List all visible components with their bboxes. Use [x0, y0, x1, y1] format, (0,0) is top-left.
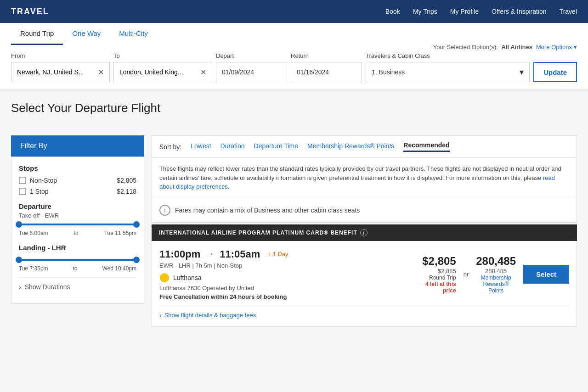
landing-slider-times: Tue 7:35pm to Wed 10:40pm [19, 265, 136, 272]
sort-duration[interactable]: Duration [220, 142, 245, 151]
free-cancel: Free Cancellation within 24 hours of boo… [159, 293, 422, 300]
update-button[interactable]: Update [533, 62, 577, 82]
benefit-text: INTERNATIONAL AIRLINE PROGRAM PLATINUM C… [159, 230, 357, 236]
to-input-container: ✕ [113, 62, 212, 82]
stops-title: Stops [19, 164, 136, 172]
disclaimer-box: These flights may reflect lower rates th… [152, 158, 577, 198]
return-label: Return [291, 52, 362, 59]
update-button-wrapper: Update [533, 62, 577, 82]
filter-sidebar: Filter By Stops Non-Stop $2,805 1 Stop $… [11, 135, 144, 327]
show-durations-button[interactable]: › Show Durations [19, 277, 136, 296]
departure-label: Departure [19, 202, 136, 210]
price-type: Round Trip [422, 274, 456, 281]
flight-depart-time: 11:00pm [159, 248, 200, 260]
points-original: 288,485 [476, 268, 516, 274]
departure-slider-fill [19, 224, 136, 225]
nav-my-profile[interactable]: My Profile [450, 8, 479, 15]
depart-input-container[interactable]: 01/09/2024 [216, 62, 287, 82]
tab-round-trip[interactable]: Round Trip [11, 23, 63, 45]
nav-travel[interactable]: Travel [560, 8, 577, 15]
chevron-down-icon: ▾ [574, 44, 577, 50]
membership-rewards-link[interactable]: Membership Rewards® Points [476, 274, 516, 294]
sort-recommended[interactable]: Recommended [403, 141, 449, 152]
flight-card: 11:00pm → 11:05am + 1 Day EWR - LHR | 7h… [152, 241, 577, 327]
sort-lowest[interactable]: Lowest [191, 142, 211, 151]
chevron-right-icon: › [159, 312, 162, 319]
nav-my-trips[interactable]: My Trips [413, 8, 437, 15]
nonstop-checkbox[interactable] [19, 177, 26, 184]
search-fields: From ✕ To ✕ Depart 01/09/2024 Return 0 [11, 52, 577, 82]
options-label: Your Selected Option(s): All Airlines [433, 44, 532, 50]
nav-book[interactable]: Book [385, 8, 400, 15]
landing-slider-thumb-left[interactable] [16, 257, 22, 263]
points-amount: 280,485 [476, 255, 516, 268]
benefit-info-icon[interactable]: i [360, 229, 368, 236]
flight-details: Lufthansa 7630 Operated by United [159, 285, 422, 291]
landing-slider-thumb-right[interactable] [133, 257, 140, 263]
header: TRAVEL Book My Trips My Profile Offers &… [0, 0, 588, 23]
departure-start-time: Tue 6:00am [19, 230, 48, 236]
flight-info: 11:00pm → 11:05am + 1 Day EWR - LHR | 7h… [159, 248, 422, 300]
cabin-value: 1, Business [372, 68, 405, 76]
results-area: Sort by: Lowest Duration Departure Time … [152, 135, 577, 327]
cabin-input-container[interactable]: 1, Business ▾ [366, 62, 530, 82]
lufthansa-logo [160, 273, 169, 282]
to-field-group: To ✕ [113, 52, 212, 82]
show-durations-label: Show Durations [25, 283, 70, 291]
price-main: $2,805 $2,885 Round Trip 4 left at this … [422, 255, 456, 294]
header-nav: Book My Trips My Profile Offers & Inspir… [385, 8, 577, 15]
nav-offers[interactable]: Offers & Inspiration [492, 8, 547, 15]
landing-slider-track[interactable] [19, 259, 136, 261]
flight-duration: 7h 5m [196, 262, 212, 269]
departure-slider-thumb-right[interactable] [133, 221, 140, 228]
from-field-group: From ✕ [11, 52, 110, 82]
flight-airline: Lufthansa [159, 273, 422, 283]
airline-logo [159, 273, 170, 283]
benefit-banner: INTERNATIONAL AIRLINE PROGRAM PLATINUM C… [152, 224, 577, 241]
to-clear-icon[interactable]: ✕ [200, 68, 206, 77]
landing-label: Landing - LHR [19, 244, 136, 252]
more-options-button[interactable]: More Options [536, 44, 572, 50]
sort-membership-rewards[interactable]: Membership Rewards® Points [307, 142, 394, 151]
to-input[interactable] [119, 68, 198, 76]
flight-pricing: $2,805 $2,885 Round Trip 4 left at this … [422, 255, 569, 294]
tab-one-way[interactable]: One Way [63, 23, 110, 45]
depart-value: 01/09/2024 [222, 68, 254, 76]
disclaimer-text: These flights may reflect lower rates th… [159, 165, 561, 181]
cabin-label: Travelers & Cabin Class [366, 52, 530, 59]
flight-arrive-time: 11:05am [220, 248, 260, 260]
departure-slider-thumb-left[interactable] [16, 221, 22, 228]
section-heading: Select Your Departure Flight [0, 90, 588, 115]
from-clear-icon[interactable]: ✕ [98, 68, 104, 77]
filter-option-1stop: 1 Stop $2,118 [19, 188, 136, 195]
selected-airline: All Airlines [502, 44, 532, 50]
day-badge: + 1 Day [267, 251, 288, 258]
from-input[interactable] [17, 68, 96, 76]
depart-field-group: Depart 01/09/2024 [216, 52, 287, 82]
departure-end-time: Tue 11:55pm [104, 230, 136, 236]
landing-start-time: Tue 7:35pm [19, 265, 48, 272]
return-value: 01/16/2024 [297, 68, 329, 76]
landing-slider-fill [19, 259, 136, 261]
depart-label: Depart [216, 52, 287, 59]
logo: TRAVEL [11, 7, 49, 17]
show-details-button[interactable]: › Show flight details & baggage fees [159, 306, 569, 319]
departure-sub: Take off - EWR [19, 212, 136, 219]
departure-to-label: to [74, 230, 79, 236]
flight-main: 11:00pm → 11:05am + 1 Day EWR - LHR | 7h… [159, 248, 569, 300]
departure-slider-track[interactable] [19, 224, 136, 225]
notice-text: Fares may contain a mix of Business and … [175, 207, 360, 214]
tab-multi-city[interactable]: Multi-City [110, 23, 157, 45]
return-input-container[interactable]: 01/16/2024 [291, 62, 362, 82]
from-input-container: ✕ [11, 62, 110, 82]
search-bar-container: Round Trip One Way Multi-City Your Selec… [0, 23, 588, 90]
flight-route: EWR - LHR [159, 262, 191, 269]
chevron-down-icon: ▾ [520, 67, 524, 77]
1stop-checkbox[interactable] [19, 188, 26, 195]
1stop-price: $2,118 [117, 188, 136, 195]
select-button[interactable]: Select [523, 265, 569, 284]
filter-option-nonstop: Non-Stop $2,805 [19, 177, 136, 184]
flight-times: 11:00pm → 11:05am + 1 Day [159, 248, 422, 260]
nonstop-label: Non-Stop [30, 177, 57, 184]
sort-departure-time[interactable]: Departure Time [254, 142, 298, 151]
